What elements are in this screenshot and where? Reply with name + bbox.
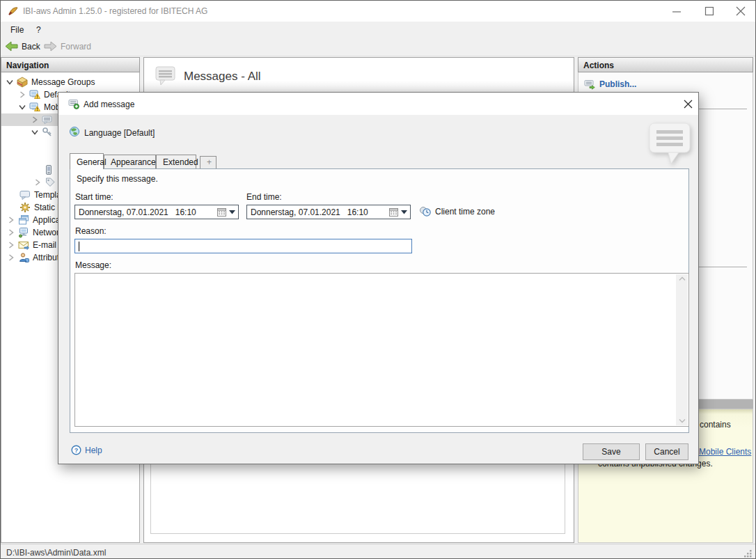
dialog-title: Add message (84, 100, 134, 109)
note-text-fragment: contains (700, 420, 731, 430)
window-title: IBI-aws Admin 1.25.0 - registered for IB… (23, 6, 207, 16)
end-time-label: End time: (246, 192, 282, 202)
dialog-title-bar: Add message (58, 93, 698, 115)
chevron-down-icon[interactable] (15, 104, 29, 110)
client-time-zone-button[interactable]: Client time zone (419, 206, 495, 217)
tab-add-button[interactable]: + (200, 156, 216, 168)
cancel-button[interactable]: Cancel (645, 443, 688, 460)
back-icon (5, 41, 18, 52)
page-title: Messages - All (184, 70, 261, 84)
tag-icon (45, 177, 56, 188)
forward-button[interactable]: Forward (44, 41, 91, 52)
dropdown-arrow-icon (401, 210, 407, 214)
close-icon (736, 6, 746, 16)
message-group-warning-icon (29, 102, 40, 113)
minimize-button[interactable] (661, 1, 692, 22)
chevron-down-icon[interactable] (3, 79, 17, 85)
app-icon (8, 6, 19, 19)
tab-appearance[interactable]: Appearance (104, 155, 156, 168)
help-icon: ? (71, 445, 81, 455)
messages-icon (42, 114, 53, 125)
chevron-right-icon[interactable] (4, 254, 18, 261)
mobile-clients-link[interactable]: Mobile Clients (699, 447, 751, 457)
language-label: Language [Default] (84, 128, 155, 138)
close-icon (684, 100, 693, 109)
time-zone-clocks-icon (419, 206, 432, 217)
publish-icon (584, 79, 595, 90)
menu-help[interactable]: ? (32, 24, 45, 36)
dialog-intro-text: Specify this message. (77, 174, 158, 184)
chevron-right-icon[interactable] (4, 242, 18, 249)
svg-text:?: ? (74, 447, 79, 454)
message-scrollbar[interactable] (676, 274, 688, 425)
end-time-picker[interactable]: Donnerstag, 07.01.2021 16:10 (246, 205, 411, 219)
message-group-warning-icon (29, 89, 40, 100)
publish-action[interactable]: Publish... (584, 79, 636, 90)
scroll-up-icon (679, 276, 686, 281)
mobile-phone-icon (43, 164, 54, 175)
help-link[interactable]: ? Help (71, 445, 102, 455)
email-icon (18, 239, 29, 251)
calendar-icon (389, 208, 398, 216)
back-label: Back (22, 42, 40, 52)
message-textarea[interactable] (74, 273, 689, 427)
template-icon (19, 189, 31, 200)
help-label: Help (85, 446, 102, 455)
reason-label: Reason: (75, 226, 107, 236)
chevron-right-icon[interactable] (31, 179, 45, 186)
menu-bar (1, 22, 755, 38)
save-button[interactable]: Save (583, 443, 640, 460)
resize-grip[interactable] (743, 549, 753, 559)
client-time-zone-label: Client time zone (435, 207, 495, 216)
forward-icon (44, 41, 57, 52)
chevron-down-icon[interactable] (28, 129, 42, 135)
start-time-picker[interactable]: Donnerstag, 07.01.2021 16:10 (74, 205, 239, 219)
end-time-value: Donnerstag, 07.01.2021 16:10 (251, 207, 389, 217)
status-bar: D:\IBI-aws\Admin\Data.xml (1, 544, 755, 559)
close-button[interactable] (725, 1, 756, 22)
calendar-icon (217, 208, 226, 216)
tab-extended[interactable]: Extended (156, 155, 196, 168)
maximize-button[interactable] (693, 1, 725, 22)
reason-input[interactable] (74, 239, 412, 253)
start-time-label: Start time: (75, 192, 113, 202)
globe-icon (69, 126, 80, 139)
message-groups-icon (17, 77, 28, 88)
actions-header: Actions (578, 57, 753, 72)
title-bar: IBI-aws Admin 1.25.0 - registered for IB… (1, 1, 755, 22)
chevron-right-icon[interactable] (4, 229, 18, 236)
tree-item-message-groups[interactable]: Message Groups (1, 76, 139, 88)
add-message-icon (68, 98, 79, 111)
chevron-right-icon[interactable] (4, 216, 18, 223)
message-bubble-watermark-icon (647, 120, 692, 168)
minimize-icon (672, 6, 682, 16)
chevron-right-icon[interactable] (15, 91, 29, 98)
start-time-value: Donnerstag, 07.01.2021 16:10 (79, 207, 217, 217)
app-window: IBI-aws Admin 1.25.0 - registered for IB… (0, 0, 756, 559)
applications-icon (18, 214, 29, 226)
network-icon (18, 227, 29, 238)
forward-label: Forward (61, 42, 91, 52)
publish-label: Publish... (599, 79, 636, 89)
tree-item-label: Message Groups (31, 77, 95, 87)
person-icon (18, 252, 29, 263)
chevron-right-icon[interactable] (28, 116, 42, 123)
menu-file[interactable]: File (6, 24, 28, 36)
message-label: Message: (75, 260, 111, 270)
tree-item-label: E-mail (33, 240, 56, 250)
gear-icon (19, 202, 31, 213)
maximize-icon (704, 6, 714, 16)
toolbar (1, 38, 755, 56)
add-message-dialog: Add message Language [Default] General A… (58, 92, 699, 464)
messages-bubble-icon (155, 65, 177, 89)
main-header: Messages - All (144, 58, 574, 97)
back-button[interactable]: Back (5, 41, 40, 52)
dropdown-arrow-icon (229, 210, 235, 214)
navigation-header: Navigation (1, 57, 140, 72)
status-path: D:\IBI-aws\Admin\Data.xml (6, 548, 106, 558)
scroll-down-icon (679, 418, 686, 423)
text-caret (79, 242, 79, 251)
dialog-close-button[interactable] (684, 100, 693, 111)
tab-general[interactable]: General (70, 153, 104, 169)
key-icon (42, 127, 53, 138)
